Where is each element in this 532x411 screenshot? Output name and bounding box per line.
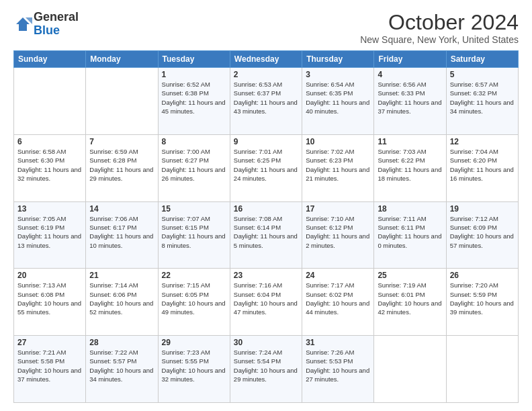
sunrise-text: Sunrise: 7:22 AM <box>89 349 138 356</box>
sunrise-text: Sunrise: 7:16 AM <box>234 281 282 289</box>
day-number: 14 <box>89 204 154 214</box>
sunrise-text: Sunrise: 6:58 AM <box>17 148 66 155</box>
day-info: Sunrise: 7:00 AM Sunset: 6:27 PM Dayligh… <box>162 147 226 183</box>
day-info: Sunrise: 7:24 AM Sunset: 5:54 PM Dayligh… <box>234 348 298 383</box>
day-cell <box>446 336 518 403</box>
day-cell: 4 Sunrise: 6:56 AM Sunset: 6:33 PM Dayli… <box>374 68 446 135</box>
day-number: 6 <box>17 137 82 146</box>
sunrise-text: Sunrise: 6:52 AM <box>162 81 210 88</box>
sunrise-text: Sunrise: 7:13 AM <box>17 281 66 289</box>
daylight-text: Daylight: 10 hours and 52 minutes. <box>89 300 153 316</box>
day-info: Sunrise: 6:56 AM Sunset: 6:33 PM Dayligh… <box>378 80 442 116</box>
day-number: 9 <box>234 137 298 146</box>
day-number: 8 <box>162 137 226 146</box>
day-number: 4 <box>378 70 442 79</box>
header: General Blue October 2024 New Square, Ne… <box>13 11 519 45</box>
day-info: Sunrise: 7:17 AM Sunset: 6:02 PM Dayligh… <box>306 281 370 316</box>
day-info: Sunrise: 6:57 AM Sunset: 6:32 PM Dayligh… <box>450 80 515 116</box>
day-info: Sunrise: 6:53 AM Sunset: 6:37 PM Dayligh… <box>234 80 298 116</box>
sunset-text: Sunset: 5:57 PM <box>89 357 136 365</box>
daylight-text: Daylight: 10 hours and 55 minutes. <box>17 300 81 316</box>
day-info: Sunrise: 7:19 AM Sunset: 6:01 PM Dayligh… <box>378 281 442 316</box>
day-cell: 3 Sunrise: 6:54 AM Sunset: 6:35 PM Dayli… <box>302 68 374 135</box>
week-row-5: 27 Sunrise: 7:21 AM Sunset: 5:58 PM Dayl… <box>14 336 519 403</box>
day-cell: 29 Sunrise: 7:23 AM Sunset: 5:55 PM Dayl… <box>158 336 230 403</box>
sunrise-text: Sunrise: 6:59 AM <box>89 148 138 155</box>
day-info: Sunrise: 7:15 AM Sunset: 6:05 PM Dayligh… <box>162 281 226 316</box>
day-info: Sunrise: 7:05 AM Sunset: 6:19 PM Dayligh… <box>17 214 82 250</box>
sunrise-text: Sunrise: 7:21 AM <box>17 349 66 356</box>
sunrise-text: Sunrise: 7:14 AM <box>89 281 138 289</box>
daylight-text: Daylight: 10 hours and 39 minutes. <box>450 300 514 316</box>
day-cell: 2 Sunrise: 6:53 AM Sunset: 6:37 PM Dayli… <box>230 68 302 135</box>
week-row-3: 13 Sunrise: 7:05 AM Sunset: 6:19 PM Dayl… <box>14 201 519 269</box>
day-info: Sunrise: 7:04 AM Sunset: 6:20 PM Dayligh… <box>450 147 515 183</box>
sunset-text: Sunset: 5:55 PM <box>162 357 209 365</box>
sunrise-text: Sunrise: 6:54 AM <box>306 81 354 88</box>
daylight-text: Daylight: 10 hours and 32 minutes. <box>162 367 226 383</box>
day-info: Sunrise: 6:52 AM Sunset: 6:38 PM Dayligh… <box>162 80 226 116</box>
sunrise-text: Sunrise: 7:06 AM <box>89 215 138 222</box>
day-number: 10 <box>306 137 370 146</box>
daylight-text: Daylight: 11 hours and 43 minutes. <box>234 99 298 115</box>
month-title: October 2024 <box>360 11 519 34</box>
day-number: 22 <box>162 271 226 280</box>
sunset-text: Sunset: 6:14 PM <box>234 224 281 231</box>
sunset-text: Sunset: 6:38 PM <box>162 89 209 97</box>
calendar-page: General Blue October 2024 New Square, Ne… <box>0 0 532 411</box>
day-info: Sunrise: 7:03 AM Sunset: 6:22 PM Dayligh… <box>378 147 442 183</box>
daylight-text: Daylight: 11 hours and 29 minutes. <box>89 166 153 182</box>
daylight-text: Daylight: 11 hours and 40 minutes. <box>306 99 369 115</box>
logo-general: General <box>34 10 79 24</box>
day-number: 7 <box>89 137 154 146</box>
day-info: Sunrise: 6:58 AM Sunset: 6:30 PM Dayligh… <box>17 147 82 183</box>
daylight-text: Daylight: 11 hours and 2 minutes. <box>306 232 369 248</box>
day-info: Sunrise: 7:23 AM Sunset: 5:55 PM Dayligh… <box>162 348 226 383</box>
sunset-text: Sunset: 6:23 PM <box>306 156 353 164</box>
header-sunday: Sunday <box>14 51 86 68</box>
sunrise-text: Sunrise: 7:01 AM <box>234 148 282 155</box>
sunrise-text: Sunrise: 7:26 AM <box>306 349 354 356</box>
sunrise-text: Sunrise: 6:53 AM <box>234 81 282 88</box>
title-block: October 2024 New Square, New York, Unite… <box>360 11 519 45</box>
sunset-text: Sunset: 6:12 PM <box>306 224 353 231</box>
day-info: Sunrise: 6:59 AM Sunset: 6:28 PM Dayligh… <box>89 147 154 183</box>
day-number: 25 <box>378 271 442 280</box>
sunset-text: Sunset: 6:37 PM <box>234 89 281 97</box>
header-tuesday: Tuesday <box>158 51 230 68</box>
day-number: 30 <box>234 338 298 347</box>
day-number: 27 <box>17 338 82 347</box>
day-info: Sunrise: 7:02 AM Sunset: 6:23 PM Dayligh… <box>306 147 370 183</box>
sunset-text: Sunset: 6:30 PM <box>17 156 64 164</box>
day-number: 2 <box>234 70 298 79</box>
logo-blue: Blue <box>34 24 60 37</box>
sunrise-text: Sunrise: 7:12 AM <box>450 215 498 222</box>
daylight-text: Daylight: 11 hours and 10 minutes. <box>89 232 153 248</box>
sunset-text: Sunset: 5:58 PM <box>17 357 64 365</box>
sunset-text: Sunset: 6:22 PM <box>378 156 425 164</box>
day-cell: 1 Sunrise: 6:52 AM Sunset: 6:38 PM Dayli… <box>158 68 230 135</box>
day-info: Sunrise: 7:11 AM Sunset: 6:11 PM Dayligh… <box>378 214 442 250</box>
day-cell: 21 Sunrise: 7:14 AM Sunset: 6:06 PM Dayl… <box>86 269 158 336</box>
sunset-text: Sunset: 6:02 PM <box>306 291 353 298</box>
daylight-text: Daylight: 11 hours and 34 minutes. <box>450 99 514 115</box>
daylight-text: Daylight: 11 hours and 13 minutes. <box>17 232 81 248</box>
day-number: 29 <box>162 338 226 347</box>
day-info: Sunrise: 7:01 AM Sunset: 6:25 PM Dayligh… <box>234 147 298 183</box>
logo: General Blue <box>13 11 79 38</box>
day-cell: 14 Sunrise: 7:06 AM Sunset: 6:17 PM Dayl… <box>86 201 158 269</box>
day-info: Sunrise: 7:21 AM Sunset: 5:58 PM Dayligh… <box>17 348 82 383</box>
day-number: 23 <box>234 271 298 280</box>
day-cell: 7 Sunrise: 6:59 AM Sunset: 6:28 PM Dayli… <box>86 134 158 201</box>
day-cell: 8 Sunrise: 7:00 AM Sunset: 6:27 PM Dayli… <box>158 134 230 201</box>
daylight-text: Daylight: 11 hours and 0 minutes. <box>378 232 441 248</box>
week-row-1: 1 Sunrise: 6:52 AM Sunset: 6:38 PM Dayli… <box>14 68 519 135</box>
sunrise-text: Sunrise: 7:05 AM <box>17 215 66 222</box>
daylight-text: Daylight: 10 hours and 44 minutes. <box>306 300 369 316</box>
sunrise-text: Sunrise: 7:00 AM <box>162 148 210 155</box>
day-number: 28 <box>89 338 154 347</box>
sunrise-text: Sunrise: 7:20 AM <box>450 281 498 289</box>
header-monday: Monday <box>86 51 158 68</box>
sunrise-text: Sunrise: 7:10 AM <box>306 215 354 222</box>
day-cell: 15 Sunrise: 7:07 AM Sunset: 6:15 PM Dayl… <box>158 201 230 269</box>
